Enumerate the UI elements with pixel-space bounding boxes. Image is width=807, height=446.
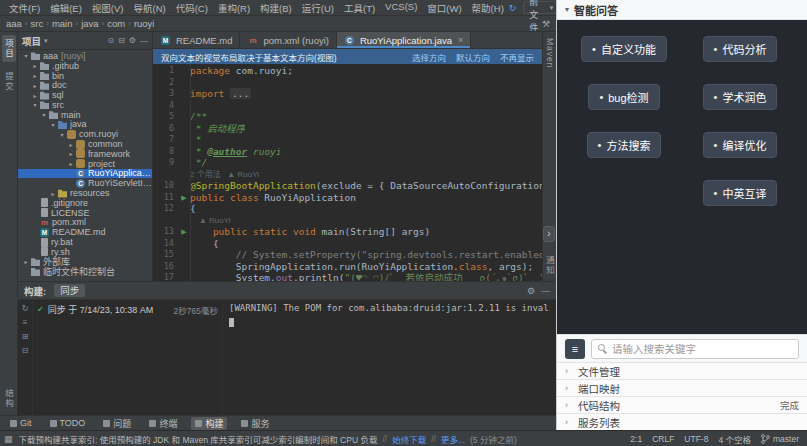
- expand-arrow-icon[interactable]: ▾: [58, 131, 66, 138]
- tree-item[interactable]: ▾com.ruoyi: [18, 129, 152, 139]
- expand-arrow-icon[interactable]: ▸: [31, 92, 39, 99]
- menu-item[interactable]: 导航(N): [128, 1, 170, 15]
- tool-window-button[interactable]: TODO: [46, 417, 90, 430]
- build-hammer-icon[interactable]: ⚒: [542, 17, 550, 31]
- menu-item[interactable]: VCS(S): [380, 1, 422, 15]
- notifications-tool-button[interactable]: 通知: [544, 256, 556, 275]
- menu-button[interactable]: ≡: [565, 339, 585, 359]
- tree-item[interactable]: ▾aaa[ruoyi]: [18, 51, 152, 61]
- rerun-icon[interactable]: ↻: [22, 304, 29, 313]
- expand-arrow-icon[interactable]: ▾: [40, 111, 48, 118]
- tree-item[interactable]: ▸common: [18, 139, 152, 149]
- build-sync-entry[interactable]: ✔ 同步 于 7/14/23, 10:38 AM 2秒765毫秒: [37, 303, 218, 316]
- tree-item[interactable]: 临时文件和控制台: [18, 267, 152, 277]
- expand-all-icon[interactable]: ⊞: [22, 332, 29, 341]
- assistant-button[interactable]: •中英互译: [703, 180, 778, 206]
- gear-icon[interactable]: ⚙: [129, 36, 136, 45]
- close-icon[interactable]: ×: [458, 35, 463, 45]
- tool-window-button[interactable]: Git: [6, 417, 36, 430]
- caret-position-widget[interactable]: 2:1: [630, 434, 642, 444]
- search-input-field[interactable]: [612, 343, 792, 355]
- git-branch-widget[interactable]: master: [761, 434, 799, 444]
- breadcrumb-item[interactable]: java: [81, 18, 98, 29]
- breadcrumb-item[interactable]: src: [31, 18, 44, 29]
- menu-item[interactable]: 构建(B): [255, 1, 297, 15]
- locate-file-icon[interactable]: ⊙: [107, 36, 114, 45]
- breadcrumb-item[interactable]: com: [107, 18, 125, 29]
- tool-window-switcher-icon[interactable]: ▦: [4, 434, 13, 444]
- tree-item[interactable]: ▸.github: [18, 61, 152, 71]
- editor-tab[interactable]: CRuoYiApplication.java×: [337, 32, 471, 48]
- editor-tab[interactable]: mpom.xml (ruoyi): [240, 32, 336, 48]
- menu-item[interactable]: 代码(C): [171, 1, 213, 15]
- tree-item[interactable]: LICENSE: [18, 208, 152, 218]
- tree-item[interactable]: ▸project: [18, 159, 152, 169]
- assistant-button[interactable]: •bug检测: [588, 84, 659, 110]
- tree-item[interactable]: ▸resources: [18, 188, 152, 198]
- collapse-all-icon[interactable]: ⊟: [22, 346, 29, 355]
- tree-item[interactable]: ▸sql: [18, 90, 152, 100]
- menu-item[interactable]: 视图(V): [87, 1, 129, 15]
- tool-window-button[interactable]: 构建: [191, 417, 227, 430]
- run-gutter-icon[interactable]: ▶: [178, 226, 190, 238]
- assistant-button[interactable]: •代码分析: [703, 36, 778, 62]
- menu-item[interactable]: 编辑(E): [45, 1, 87, 15]
- assistant-button[interactable]: •方法搜索: [587, 132, 662, 158]
- run-config-selector[interactable]: 当前文件 ▾: [523, 1, 559, 14]
- tool-stripe-button[interactable]: 项目: [2, 35, 16, 62]
- update-project-icon[interactable]: ↻: [509, 1, 517, 15]
- tree-item[interactable]: ▸bin: [18, 71, 152, 81]
- expand-arrow-icon[interactable]: ▸: [31, 72, 39, 79]
- assistant-section[interactable]: ›代码结构完成: [557, 396, 807, 413]
- expand-arrow-icon[interactable]: ▸: [67, 150, 75, 157]
- expand-arrow-icon[interactable]: ▸: [31, 82, 39, 89]
- breadcrumb-item[interactable]: ruoyi: [134, 18, 155, 29]
- assistant-header[interactable]: ▾ 智能问答: [557, 0, 807, 20]
- encoding-widget[interactable]: UTF-8: [684, 434, 708, 444]
- expand-arrow-icon[interactable]: ▾: [49, 121, 57, 128]
- tree-item[interactable]: mpom.xml: [18, 218, 152, 228]
- assistant-section[interactable]: ›文件管理: [557, 362, 807, 379]
- assistant-button[interactable]: •学术润色: [703, 84, 778, 110]
- tool-window-button[interactable]: 终端: [145, 417, 181, 430]
- hide-panel-icon[interactable]: —: [541, 286, 550, 296]
- tree-item[interactable]: CRuoYiApplication: [18, 169, 152, 179]
- tool-stripe-button[interactable]: 提交: [2, 68, 16, 95]
- menu-item[interactable]: 窗口(W): [422, 1, 466, 15]
- search-box[interactable]: [591, 339, 799, 359]
- gear-icon[interactable]: ⚙: [527, 286, 535, 296]
- menu-item[interactable]: 重构(R): [213, 1, 255, 15]
- expand-arrow-icon[interactable]: ▸: [67, 160, 75, 167]
- banner-action-link[interactable]: 选择方向: [412, 51, 446, 63]
- assistant-button[interactable]: •自定义功能: [581, 36, 667, 62]
- breadcrumb-item[interactable]: main: [52, 18, 73, 29]
- tree-item[interactable]: CRuoYiServletInitializer: [18, 178, 152, 188]
- expand-arrow-icon[interactable]: ▸: [22, 258, 30, 265]
- banner-action-link[interactable]: 默认方向: [456, 51, 490, 63]
- tree-item[interactable]: ▸framework: [18, 149, 152, 159]
- assistant-section[interactable]: ›端口映射: [557, 379, 807, 396]
- tree-item[interactable]: ▾main: [18, 110, 152, 120]
- filter-icon[interactable]: ≡: [23, 318, 28, 327]
- line-separator-widget[interactable]: CRLF: [652, 434, 674, 444]
- assistant-button[interactable]: •编译优化: [703, 132, 778, 158]
- tool-stripe-button[interactable]: 结构: [2, 385, 16, 412]
- status-action-link[interactable]: 始终下载: [392, 433, 426, 445]
- editor-tab[interactable]: MREADME.md: [153, 32, 240, 48]
- tool-window-button[interactable]: 问题: [99, 417, 135, 430]
- tree-item[interactable]: ▾java: [18, 120, 152, 130]
- menu-item[interactable]: 工具(T): [339, 1, 380, 15]
- expand-arrow-icon[interactable]: ▸: [31, 62, 39, 69]
- tree-item[interactable]: ▾src: [18, 100, 152, 110]
- assistant-section[interactable]: ›服务列表: [557, 413, 807, 430]
- expand-arrow-icon[interactable]: ▾: [22, 52, 30, 59]
- collapse-all-icon[interactable]: ⊟: [118, 36, 125, 45]
- expand-arrow-icon[interactable]: ▸: [49, 190, 57, 197]
- expand-arrow-icon[interactable]: ▸: [67, 141, 75, 148]
- status-action-link[interactable]: 更多...: [441, 433, 465, 445]
- menu-item[interactable]: 运行(U): [297, 1, 339, 15]
- indent-widget[interactable]: 4 个空格: [718, 433, 751, 445]
- tree-item[interactable]: ▸外部库: [18, 257, 152, 267]
- tree-item[interactable]: MREADME.md: [18, 227, 152, 237]
- chevron-down-icon[interactable]: ▾: [44, 37, 48, 45]
